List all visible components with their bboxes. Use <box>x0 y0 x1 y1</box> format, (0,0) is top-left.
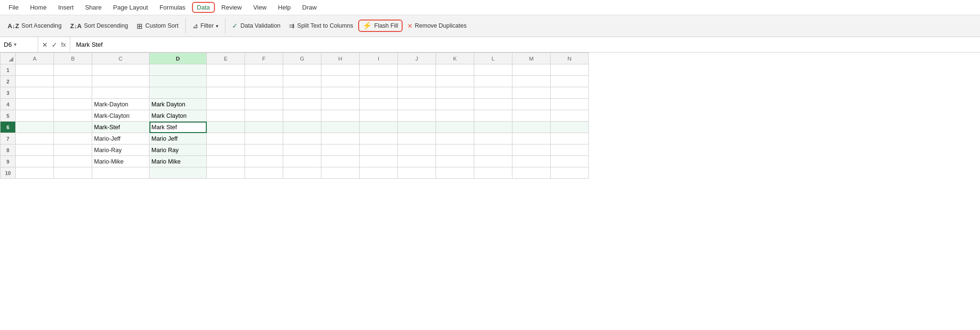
cell-D9[interactable]: Mario Mike <box>149 156 207 167</box>
cell-G8[interactable] <box>283 144 321 156</box>
cell-K10[interactable] <box>436 167 474 179</box>
cell-G1[interactable] <box>283 64 321 76</box>
col-header-E[interactable]: E <box>207 53 245 64</box>
cell-F8[interactable] <box>245 144 283 156</box>
cell-A9[interactable] <box>16 156 54 167</box>
cell-C2[interactable] <box>92 76 149 87</box>
menu-review[interactable]: Review <box>217 2 247 13</box>
menu-page-layout[interactable]: Page Layout <box>108 2 153 13</box>
cell-A7[interactable] <box>16 133 54 144</box>
sort-ascending-button[interactable]: A↓Z Sort Ascending <box>4 20 65 31</box>
cell-D8[interactable]: Mario Ray <box>149 144 207 156</box>
cell-G2[interactable] <box>283 76 321 87</box>
insert-function-button[interactable]: fx <box>61 41 66 48</box>
cell-M10[interactable] <box>512 167 551 179</box>
cell-K9[interactable] <box>436 156 474 167</box>
cell-A1[interactable] <box>16 64 54 76</box>
menu-insert[interactable]: Insert <box>53 2 79 13</box>
cell-E6[interactable] <box>207 122 245 133</box>
cell-H6[interactable] <box>321 122 360 133</box>
cell-I5[interactable] <box>360 110 398 122</box>
cell-B4[interactable] <box>54 99 92 110</box>
cell-E4[interactable] <box>207 99 245 110</box>
menu-draw[interactable]: Draw <box>298 2 321 13</box>
cell-J6[interactable] <box>398 122 436 133</box>
cell-M6[interactable] <box>512 122 551 133</box>
cell-N3[interactable] <box>551 87 589 99</box>
cell-N9[interactable] <box>551 156 589 167</box>
col-header-N[interactable]: N <box>551 53 589 64</box>
cell-A2[interactable] <box>16 76 54 87</box>
col-header-B[interactable]: B <box>54 53 92 64</box>
cell-F7[interactable] <box>245 133 283 144</box>
cell-G10[interactable] <box>283 167 321 179</box>
cell-D3[interactable] <box>149 87 207 99</box>
cell-A5[interactable] <box>16 110 54 122</box>
cell-H4[interactable] <box>321 99 360 110</box>
cell-B9[interactable] <box>54 156 92 167</box>
cell-J10[interactable] <box>398 167 436 179</box>
cell-C4[interactable]: Mark-Dayton <box>92 99 149 110</box>
cell-B2[interactable] <box>54 76 92 87</box>
cell-E8[interactable] <box>207 144 245 156</box>
cell-H2[interactable] <box>321 76 360 87</box>
cell-K7[interactable] <box>436 133 474 144</box>
cell-D4[interactable]: Mark Dayton <box>149 99 207 110</box>
cell-N5[interactable] <box>551 110 589 122</box>
cell-K5[interactable] <box>436 110 474 122</box>
cell-C8[interactable]: Mario-Ray <box>92 144 149 156</box>
cell-E1[interactable] <box>207 64 245 76</box>
cell-G5[interactable] <box>283 110 321 122</box>
cell-L7[interactable] <box>474 133 512 144</box>
cell-E5[interactable] <box>207 110 245 122</box>
cell-H8[interactable] <box>321 144 360 156</box>
col-header-F[interactable]: F <box>245 53 283 64</box>
cell-K1[interactable] <box>436 64 474 76</box>
cell-C1[interactable] <box>92 64 149 76</box>
cell-F6[interactable] <box>245 122 283 133</box>
cell-K3[interactable] <box>436 87 474 99</box>
cell-M2[interactable] <box>512 76 551 87</box>
cell-D6[interactable]: Mark Stef <box>149 122 207 133</box>
cell-B3[interactable] <box>54 87 92 99</box>
cell-J1[interactable] <box>398 64 436 76</box>
col-header-C[interactable]: C <box>92 53 149 64</box>
col-header-L[interactable]: L <box>474 53 512 64</box>
cell-F4[interactable] <box>245 99 283 110</box>
cell-D7[interactable]: Mario Jeff <box>149 133 207 144</box>
col-header-G[interactable]: G <box>283 53 321 64</box>
cell-I7[interactable] <box>360 133 398 144</box>
cell-E2[interactable] <box>207 76 245 87</box>
cell-A3[interactable] <box>16 87 54 99</box>
data-validation-button[interactable]: ✓ Data Validation <box>228 20 284 31</box>
cell-J8[interactable] <box>398 144 436 156</box>
cell-E10[interactable] <box>207 167 245 179</box>
cell-G3[interactable] <box>283 87 321 99</box>
filter-button[interactable]: ⊿ Filter ▾ <box>189 20 223 31</box>
cell-K8[interactable] <box>436 144 474 156</box>
cell-E7[interactable] <box>207 133 245 144</box>
cell-N2[interactable] <box>551 76 589 87</box>
cell-N7[interactable] <box>551 133 589 144</box>
confirm-formula-button[interactable]: ✓ <box>52 41 57 49</box>
cell-C5[interactable]: Mark-Clayton <box>92 110 149 122</box>
cell-D5[interactable]: Mark Clayton <box>149 110 207 122</box>
col-header-H[interactable]: H <box>321 53 360 64</box>
col-header-I[interactable]: I <box>360 53 398 64</box>
cell-N6[interactable] <box>551 122 589 133</box>
cell-A10[interactable] <box>16 167 54 179</box>
sort-descending-button[interactable]: Z↓A Sort Descending <box>66 20 132 31</box>
cell-J7[interactable] <box>398 133 436 144</box>
cell-L8[interactable] <box>474 144 512 156</box>
cell-M5[interactable] <box>512 110 551 122</box>
cell-I8[interactable] <box>360 144 398 156</box>
cell-K6[interactable] <box>436 122 474 133</box>
cell-M9[interactable] <box>512 156 551 167</box>
cell-K4[interactable] <box>436 99 474 110</box>
cell-B10[interactable] <box>54 167 92 179</box>
cell-I1[interactable] <box>360 64 398 76</box>
cell-L5[interactable] <box>474 110 512 122</box>
col-header-D[interactable]: D <box>149 53 207 64</box>
cell-J9[interactable] <box>398 156 436 167</box>
cell-L6[interactable] <box>474 122 512 133</box>
